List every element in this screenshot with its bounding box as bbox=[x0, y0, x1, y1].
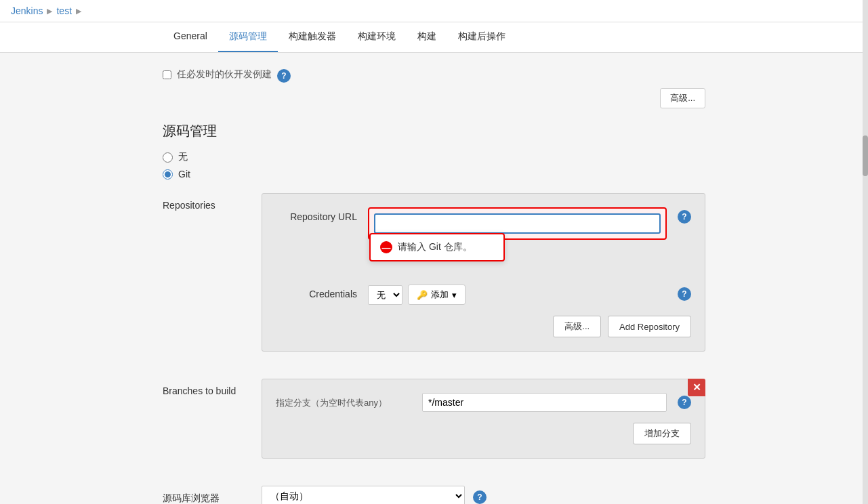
scm-browser-select[interactable]: （自动） bbox=[262, 486, 465, 504]
branches-panel-right: ✕ 指定分支（为空时代表any） ? 增加分支 bbox=[262, 379, 705, 472]
repo-url-input[interactable] bbox=[375, 214, 660, 233]
add-credentials-button[interactable]: 🔑 添加 ▾ bbox=[408, 285, 466, 305]
tabs-bar: General 源码管理 构建触发器 构建环境 构建 构建后操作 bbox=[0, 22, 868, 53]
url-field-wrapper: — 请输入 Git 仓库。 bbox=[368, 207, 667, 240]
tab-post[interactable]: 构建后操作 bbox=[447, 22, 516, 52]
credentials-control: 无 🔑 添加 ▾ bbox=[368, 285, 667, 305]
repositories-section: Repositories Repository URL — 请输入 Git 仓库… bbox=[163, 193, 705, 365]
credentials-row: Credentials 无 🔑 添加 ▾ bbox=[276, 285, 691, 305]
branches-form-panel: ✕ 指定分支（为空时代表any） ? 增加分支 bbox=[262, 379, 705, 459]
scm-browser-section: 源码库浏览器 （自动） ? bbox=[163, 486, 705, 504]
scrollbar-thumb[interactable] bbox=[863, 135, 868, 176]
repo-url-row: Repository URL — 请输入 Git 仓库。 ? bbox=[276, 207, 691, 240]
breadcrumb-sep1: ▶ bbox=[47, 7, 52, 16]
close-branch-button[interactable]: ✕ bbox=[688, 379, 705, 396]
radio-row-none: 无 bbox=[163, 151, 705, 163]
breadcrumb-jenkins[interactable]: Jenkins bbox=[11, 5, 43, 16]
checkbox-section: 任必发时的伙开发例建 ? bbox=[163, 66, 705, 83]
checkbox-build[interactable] bbox=[163, 70, 171, 79]
radio-group: 无 Git bbox=[163, 151, 705, 180]
help-icon-credentials[interactable]: ? bbox=[678, 287, 691, 301]
help-icon-scm-browser[interactable]: ? bbox=[473, 490, 487, 504]
tab-build[interactable]: 构建 bbox=[407, 22, 447, 52]
breadcrumb-bar: Jenkins ▶ test ▶ bbox=[0, 0, 868, 22]
scm-browser-right: （自动） ? bbox=[262, 486, 705, 504]
key-icon: 🔑 bbox=[417, 290, 428, 300]
radio-row-git: Git bbox=[163, 169, 705, 180]
repositories-label: Repositories bbox=[163, 193, 251, 365]
help-icon-repo-url[interactable]: ? bbox=[678, 210, 691, 224]
error-message: 请输入 Git 仓库。 bbox=[398, 241, 472, 253]
add-repository-button[interactable]: Add Repository bbox=[608, 316, 691, 337]
scm-section-title: 源码管理 bbox=[163, 122, 705, 140]
radio-none[interactable] bbox=[163, 152, 173, 163]
scm-browser-row: （自动） ? bbox=[262, 486, 705, 504]
branch-label: 指定分支（为空时代表any） bbox=[276, 393, 411, 409]
cred-row: 无 🔑 添加 ▾ bbox=[368, 285, 667, 305]
repositories-form-panel: Repository URL — 请输入 Git 仓库。 ? bbox=[262, 193, 705, 352]
advanced-button-top[interactable]: 高级... bbox=[660, 88, 705, 108]
repo-url-label: Repository URL bbox=[276, 207, 357, 222]
radio-git-label[interactable]: Git bbox=[178, 169, 190, 180]
add-button-label: 添加 bbox=[431, 289, 449, 301]
repositories-panel-right: Repository URL — 请输入 Git 仓库。 ? bbox=[262, 193, 705, 365]
tab-scm[interactable]: 源码管理 bbox=[218, 22, 278, 52]
error-popup: — 请输入 Git 仓库。 bbox=[369, 233, 505, 261]
main-content: 任必发时的伙开发例建 ? 高级... 源码管理 无 Git Repositori… bbox=[0, 53, 868, 504]
dropdown-arrow-icon: ▾ bbox=[452, 290, 457, 300]
tab-general[interactable]: General bbox=[163, 22, 218, 52]
error-icon: — bbox=[380, 241, 392, 253]
help-icon-branch[interactable]: ? bbox=[678, 396, 691, 409]
branch-control bbox=[422, 393, 667, 412]
radio-none-label[interactable]: 无 bbox=[178, 151, 188, 163]
branches-section: Branches to build ✕ 指定分支（为空时代表any） ? 增加分… bbox=[163, 379, 705, 472]
branches-label: Branches to build bbox=[163, 379, 251, 472]
checkbox-label: 任必发时的伙开发例建 bbox=[177, 68, 272, 81]
radio-git[interactable] bbox=[163, 169, 173, 180]
credentials-select[interactable]: 无 bbox=[368, 285, 402, 305]
repo-url-control: — 请输入 Git 仓库。 bbox=[368, 207, 667, 240]
branch-input[interactable] bbox=[422, 393, 667, 412]
advanced-row-top: 高级... bbox=[163, 88, 705, 108]
credentials-label: Credentials bbox=[276, 285, 357, 299]
panel-actions: 高级... Add Repository bbox=[276, 316, 691, 337]
tab-env[interactable]: 构建环境 bbox=[347, 22, 407, 52]
breadcrumb-test[interactable]: test bbox=[56, 5, 72, 16]
advanced-button-repo[interactable]: 高级... bbox=[553, 316, 601, 337]
breadcrumb-sep2: ▶ bbox=[76, 7, 81, 16]
tab-triggers[interactable]: 构建触发器 bbox=[278, 22, 347, 52]
help-icon-top[interactable]: ? bbox=[277, 69, 291, 83]
add-branch-button[interactable]: 增加分支 bbox=[633, 423, 691, 444]
scrollbar[interactable] bbox=[863, 0, 868, 504]
branch-panel-actions: 增加分支 bbox=[276, 423, 691, 444]
scm-browser-label: 源码库浏览器 bbox=[163, 486, 251, 504]
branch-field-row: 指定分支（为空时代表any） ? bbox=[276, 393, 691, 412]
